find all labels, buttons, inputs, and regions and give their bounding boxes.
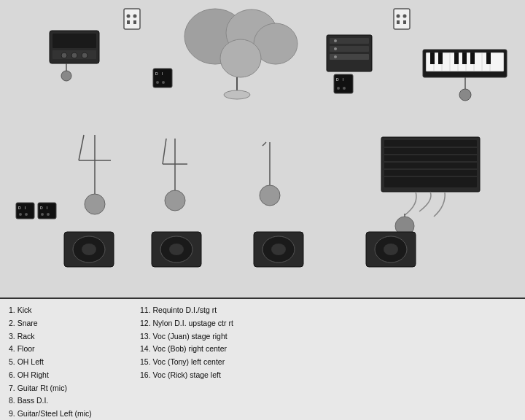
legend-item-14: 14. Voc (Bob) right center — [140, 343, 257, 355]
svg-rect-29 — [327, 35, 372, 71]
legend-item-4: 4. Floor — [9, 343, 125, 355]
svg-rect-55 — [470, 52, 475, 64]
svg-point-66 — [165, 190, 185, 211]
svg-point-1 — [127, 15, 131, 18]
legend-item-9: 9. Guitar/Steel Left (mic) — [9, 408, 125, 420]
svg-point-97 — [271, 244, 286, 255]
svg-rect-10 — [50, 31, 99, 63]
svg-point-40 — [343, 87, 346, 90]
svg-point-14 — [71, 52, 77, 58]
svg-point-22 — [162, 81, 165, 84]
legend-area: 1. Kick 2. Snare 3. Rack 4. Floor 5. OH … — [0, 299, 525, 420]
svg-rect-4 — [133, 20, 136, 24]
svg-point-21 — [156, 81, 159, 84]
svg-point-94 — [169, 244, 184, 255]
legend-item-12: 12. Nylon D.I. upstage ctr rt — [140, 318, 257, 330]
svg-rect-79 — [16, 203, 34, 219]
legend-column-2: 11. Requinto D.I./stg rt 12. Nylon D.I. … — [140, 305, 257, 414]
svg-rect-54 — [462, 52, 467, 64]
svg-rect-56 — [486, 52, 491, 64]
svg-text:D: D — [40, 206, 43, 210]
svg-rect-70 — [381, 137, 480, 192]
svg-point-93 — [160, 236, 192, 262]
svg-point-87 — [41, 213, 44, 216]
svg-line-65 — [163, 139, 166, 164]
svg-point-24 — [226, 9, 277, 56]
svg-point-100 — [384, 244, 398, 255]
svg-point-83 — [25, 213, 28, 216]
svg-rect-31 — [330, 46, 369, 52]
svg-point-35 — [334, 55, 337, 58]
svg-text:D: D — [336, 77, 339, 82]
svg-point-39 — [337, 87, 340, 90]
legend-item-13: 13. Voc (Juan) stage right — [140, 331, 257, 343]
legend-item-16: 16. Voc (Rick) stage left — [140, 370, 257, 381]
svg-point-90 — [73, 236, 105, 262]
svg-point-88 — [47, 213, 50, 216]
svg-rect-36 — [334, 74, 353, 93]
svg-rect-53 — [454, 52, 459, 64]
svg-rect-52 — [438, 52, 443, 64]
svg-rect-11 — [52, 34, 96, 48]
svg-point-28 — [224, 90, 250, 99]
stage-area: D I D I — [0, 0, 525, 299]
svg-point-25 — [254, 23, 298, 64]
svg-text:I: I — [47, 206, 47, 210]
svg-rect-84 — [38, 203, 56, 219]
svg-rect-32 — [330, 54, 369, 60]
svg-point-2 — [133, 15, 137, 18]
svg-rect-92 — [152, 232, 201, 267]
svg-point-58 — [459, 89, 471, 101]
svg-point-34 — [334, 47, 337, 50]
legend-column-1: 1. Kick 2. Snare 3. Rack 4. Floor 5. OH … — [9, 305, 125, 414]
svg-text:I: I — [25, 206, 26, 210]
svg-point-26 — [220, 39, 261, 77]
svg-rect-5 — [394, 9, 410, 29]
legend-item-3: 3. Rack — [9, 331, 125, 343]
svg-rect-9 — [403, 20, 406, 24]
svg-rect-18 — [153, 69, 172, 88]
legend-item-6: 6. OH Right — [9, 370, 125, 381]
svg-text:D: D — [155, 71, 158, 76]
svg-rect-95 — [254, 232, 303, 267]
svg-point-23 — [184, 9, 246, 64]
legend-item-8: 8. Bass D.I. — [9, 395, 125, 407]
svg-rect-41 — [423, 50, 507, 77]
svg-rect-30 — [330, 38, 369, 44]
svg-point-62 — [85, 194, 105, 214]
svg-rect-8 — [397, 20, 400, 24]
svg-rect-3 — [127, 20, 130, 24]
stage-svg: D I D I — [0, 0, 525, 298]
svg-rect-12 — [52, 50, 96, 59]
svg-line-61 — [79, 135, 84, 160]
legend-item-7: 7. Guitar Rt (mic) — [9, 383, 125, 394]
legend-item-1: 1. Kick — [9, 305, 125, 316]
svg-point-7 — [403, 15, 407, 18]
svg-point-99 — [375, 236, 407, 262]
svg-text:D: D — [18, 206, 21, 210]
svg-rect-71 — [384, 140, 477, 187]
svg-point-15 — [82, 52, 88, 58]
svg-point-13 — [61, 52, 67, 58]
svg-rect-51 — [430, 52, 435, 64]
svg-point-17 — [61, 71, 71, 81]
svg-rect-42 — [426, 52, 504, 71]
svg-point-69 — [260, 185, 280, 206]
legend-item-2: 2. Snare — [9, 318, 125, 330]
svg-line-68 — [262, 142, 266, 146]
svg-rect-89 — [64, 232, 114, 267]
legend-item-5: 5. OH Left — [9, 357, 125, 368]
svg-point-96 — [262, 236, 295, 262]
svg-rect-98 — [366, 232, 416, 267]
legend-item-15: 15. Voc (Tony) left center — [140, 357, 257, 368]
svg-text:I: I — [343, 77, 343, 82]
svg-point-91 — [82, 244, 96, 255]
svg-point-78 — [395, 217, 414, 236]
svg-point-82 — [19, 213, 22, 216]
legend-item-11: 11. Requinto D.I./stg rt — [140, 305, 257, 316]
svg-text:I: I — [162, 71, 163, 76]
svg-point-6 — [397, 15, 400, 18]
svg-rect-0 — [124, 9, 140, 29]
svg-point-33 — [334, 39, 337, 42]
